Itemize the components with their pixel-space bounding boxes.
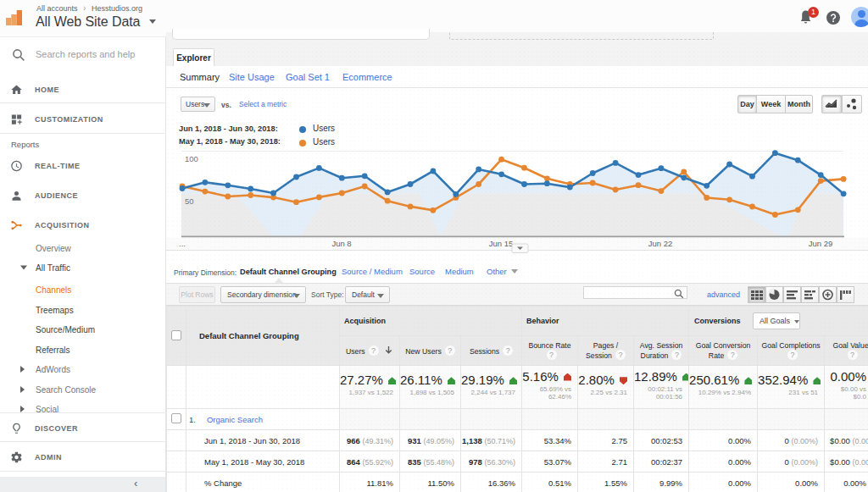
svg-text:Jun 15: Jun 15	[489, 239, 514, 248]
svg-text:50: 50	[185, 196, 194, 206]
svg-text:Jun 22: Jun 22	[648, 239, 673, 248]
svg-text:Jun 8: Jun 8	[331, 239, 351, 248]
svg-text:Jun 29: Jun 29	[809, 239, 833, 248]
svg-text:100: 100	[185, 154, 198, 163]
svg-text:...: ...	[179, 239, 186, 248]
